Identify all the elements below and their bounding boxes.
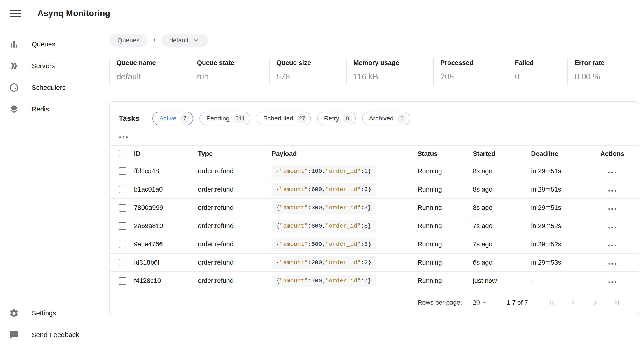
first-page-button[interactable] <box>541 296 563 309</box>
clock-icon <box>9 83 19 92</box>
sidebar-item-servers[interactable]: Servers <box>0 55 106 77</box>
breadcrumb-separator: / <box>154 36 155 44</box>
sidebar-item-send-feedback[interactable]: Send Feedback <box>0 324 106 346</box>
task-payload: {"amount":200,"order_id":2} <box>272 256 376 269</box>
tab-archived[interactable]: Archived 0 <box>362 112 410 125</box>
tab-retry[interactable]: Retry 0 <box>317 112 356 125</box>
col-header-started: Started <box>473 145 531 162</box>
rows-per-page-value: 20 <box>473 299 480 306</box>
task-deadline: in 29m52s <box>531 235 586 253</box>
col-header-actions: Actions <box>586 145 638 162</box>
sidebar-item-settings[interactable]: Settings <box>0 302 106 324</box>
row-checkbox[interactable] <box>119 222 126 230</box>
stat-value: default <box>116 72 190 81</box>
col-header-type: Type <box>198 145 272 162</box>
pagination-controls <box>541 296 628 309</box>
task-payload: {"amount":800,"order_id":8} <box>272 220 376 232</box>
task-type: order:refund <box>198 180 272 199</box>
task-payload: {"amount":100,"order_id":1} <box>272 165 376 178</box>
tab-scheduled[interactable]: Scheduled 27 <box>256 112 311 125</box>
row-checkbox[interactable] <box>119 277 126 285</box>
task-type: order:refund <box>198 162 272 180</box>
row-actions-icon[interactable] <box>608 227 616 228</box>
task-status: Running <box>418 235 473 253</box>
sidebar-item-schedulers[interactable]: Schedulers <box>0 77 106 98</box>
tab-count-badge: 544 <box>233 114 246 123</box>
stat-value: 116 kB <box>354 72 433 81</box>
previous-page-button[interactable] <box>563 296 584 309</box>
table-header-row: ID Type Payload Status Started Deadline … <box>110 145 638 162</box>
rows-per-page-label: Rows per page: <box>418 299 462 306</box>
task-status: Running <box>418 199 473 217</box>
tasks-card-head: Tasks Active 7 Pending 544 Scheduled 27 <box>110 102 638 125</box>
pagination-range: 1-7 of 7 <box>506 299 528 306</box>
task-type: order:refund <box>198 199 272 217</box>
last-page-button[interactable] <box>606 296 628 309</box>
stat-label: Queue state <box>197 59 269 66</box>
row-checkbox[interactable] <box>119 259 126 267</box>
tab-count-badge: 27 <box>297 114 308 123</box>
tab-label: Archived <box>369 115 394 122</box>
task-type: order:refund <box>198 272 272 290</box>
gear-icon <box>9 308 19 318</box>
breadcrumb-queues-chip[interactable]: Queues <box>109 34 148 47</box>
select-all-checkbox[interactable] <box>119 150 126 157</box>
table-row: 7800a999 order:refund {"amount":300,"ord… <box>110 199 638 217</box>
table-toolbar <box>110 125 638 139</box>
task-payload: {"amount":600,"order_id":6} <box>272 183 376 196</box>
tab-count-badge: 0 <box>397 114 407 123</box>
more-options-icon[interactable] <box>119 136 128 138</box>
stat-failed: Failed 0 <box>508 58 568 85</box>
task-id: 2a69a810 <box>134 217 198 235</box>
sidebar: Queues Servers Schedulers Redis Settings <box>0 27 106 347</box>
row-checkbox[interactable] <box>119 186 126 193</box>
arrow-drop-down-icon <box>481 299 488 306</box>
breadcrumb-queue-select[interactable]: default <box>161 34 208 47</box>
row-actions-icon[interactable] <box>608 172 616 173</box>
row-actions-icon[interactable] <box>608 263 616 265</box>
breadcrumb-root-label: Queues <box>118 37 140 44</box>
task-deadline: in 29m53s <box>531 253 586 272</box>
stat-label: Failed <box>515 59 568 66</box>
chevron-down-icon <box>192 36 200 44</box>
table-row: 9ace4766 order:refund {"amount":500,"ord… <box>110 235 638 253</box>
task-started: 6s ago <box>473 253 531 272</box>
stat-label: Processed <box>440 59 508 66</box>
breadcrumb: Queues / default <box>109 34 639 47</box>
rows-per-page-select[interactable]: 20 <box>473 299 488 306</box>
stat-label: Queue name <box>116 59 190 66</box>
col-header-status: Status <box>418 145 473 162</box>
sidebar-bottom: Settings Send Feedback <box>0 302 106 346</box>
stat-value: 0.00 % <box>575 72 638 81</box>
row-actions-icon[interactable] <box>608 190 616 192</box>
row-checkbox[interactable] <box>119 204 126 212</box>
stat-queue-size: Queue size 578 <box>269 58 346 85</box>
row-actions-icon[interactable] <box>608 245 616 246</box>
sidebar-item-queues[interactable]: Queues <box>0 33 106 55</box>
task-started: 7s ago <box>473 217 531 235</box>
sidebar-item-redis[interactable]: Redis <box>0 98 106 120</box>
row-actions-icon[interactable] <box>608 281 616 283</box>
next-page-button[interactable] <box>584 296 606 309</box>
row-checkbox[interactable] <box>119 167 126 175</box>
sidebar-item-label: Send Feedback <box>32 331 79 339</box>
stat-memory-usage: Memory usage 116 kB <box>346 58 433 85</box>
table-row: ffd1ca48 order:refund {"amount":100,"ord… <box>110 162 638 180</box>
tab-active[interactable]: Active 7 <box>152 112 193 125</box>
row-checkbox[interactable] <box>119 241 126 248</box>
table-row: 2a69a810 order:refund {"amount":800,"ord… <box>110 217 638 235</box>
stat-label: Queue size <box>276 59 346 66</box>
tab-pending[interactable]: Pending 544 <box>200 112 250 125</box>
task-deadline: in 29m52s <box>531 217 586 235</box>
task-id: 9ace4766 <box>134 235 198 253</box>
stat-value: 578 <box>276 72 346 81</box>
menu-icon[interactable] <box>10 6 25 20</box>
task-type: order:refund <box>198 235 272 253</box>
task-started: 8s ago <box>473 180 531 199</box>
task-started: 8s ago <box>473 162 531 180</box>
stat-value: run <box>197 72 269 81</box>
breadcrumb-current-label: default <box>169 37 188 44</box>
stat-value: 208 <box>440 72 508 81</box>
row-actions-icon[interactable] <box>608 208 616 210</box>
queue-stats: Queue name default Queue state run Queue… <box>109 58 639 85</box>
